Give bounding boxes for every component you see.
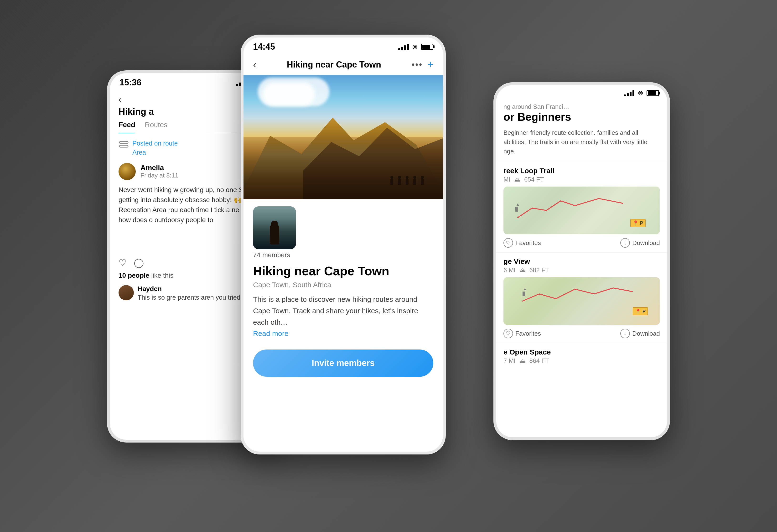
comment-button[interactable]: ◯ (134, 257, 144, 268)
svg-rect-4 (523, 292, 525, 296)
center-back-button[interactable]: ‹ (253, 59, 256, 70)
route-2-actions: ♡ Favorites ↓ Download (504, 329, 660, 338)
center-status-icons: ⊜ (398, 43, 433, 51)
svg-rect-2 (515, 207, 518, 212)
map-path-svg-2 (504, 277, 660, 325)
left-status-time: 15:36 (119, 78, 141, 88)
right-status-icons: ⊜ (624, 89, 659, 97)
post-user-time: Friday at 8:11 (140, 172, 179, 179)
center-status-time: 14:45 (253, 42, 275, 52)
elevation-icon-1: ⛰ (514, 176, 520, 183)
comment-body: Hayden This is so gre parents aren you t… (138, 285, 252, 303)
right-description: Beginner-friendly route collection. fami… (496, 128, 667, 156)
center-header-title: Hiking near Cape Town (287, 60, 381, 70)
center-wifi-icon: ⊜ (412, 43, 418, 51)
route-1-distance: MI (504, 176, 511, 183)
group-description: This is a place to discover new hiking r… (253, 294, 433, 328)
avatar-amelia (119, 163, 136, 180)
like-button[interactable]: ♡ (119, 257, 127, 268)
right-battery-icon (647, 90, 659, 96)
post-user-name: Amelia (140, 164, 179, 172)
tab-routes[interactable]: Routes (145, 121, 168, 133)
route-item-2: ge View 6 MI ⛰ 682 FT 📍 P (496, 252, 667, 343)
right-section-title: or Beginners (504, 110, 660, 123)
route-1-name: reek Loop Trail (504, 167, 660, 175)
route-2-distance: 6 MI (504, 267, 516, 274)
svg-marker-5 (524, 288, 526, 290)
route-2-stats: 6 MI ⛰ 682 FT (504, 267, 660, 274)
hiker-5 (421, 178, 424, 185)
route-3-stats: 7 MI ⛰ 864 FT (504, 357, 660, 364)
route-3-name: e Open Space (504, 348, 660, 356)
group-title: Hiking near Cape Town (253, 263, 433, 279)
center-phone: 14:45 ⊜ ‹ Hiking near Cap (241, 34, 446, 454)
group-thumbnail-container: 74 members (253, 206, 296, 259)
center-signal-icon (398, 43, 409, 50)
comment-user-name: Hayden (138, 285, 252, 293)
favorites-icon-2: ♡ (504, 329, 513, 338)
comment-text: This is so gre parents aren you tried su… (138, 293, 252, 303)
read-more-button[interactable]: Read more (253, 329, 288, 337)
route-item-3: e Open Space 7 MI ⛰ 864 FT (496, 343, 667, 373)
route-1-actions: ♡ Favorites ↓ Download (504, 238, 660, 248)
hiker-1 (391, 178, 393, 185)
route-1-stats: MI ⛰ 654 FT (504, 176, 660, 183)
group-location: Cape Town, South Africa (253, 281, 433, 289)
favorites-icon-1: ♡ (504, 238, 513, 248)
invite-members-button[interactable]: Invite members (253, 349, 433, 377)
download-label-2: Download (632, 330, 660, 337)
download-label-1: Download (632, 239, 660, 247)
svg-rect-1 (119, 145, 128, 147)
right-signal-icon (624, 90, 634, 96)
route-1-elevation: 654 FT (524, 176, 544, 183)
elevation-icon-2: ⛰ (520, 267, 526, 274)
svg-marker-3 (517, 203, 519, 206)
route-2-map: 📍 P (504, 277, 660, 325)
members-count: 74 members (253, 251, 296, 259)
right-breadcrumb: ng around San Franci… (504, 103, 660, 110)
user-info: Amelia Friday at 8:11 (140, 164, 179, 179)
download-icon-2: ↓ (620, 329, 630, 338)
map-bg-1: 📍 P (504, 187, 660, 234)
map-marker-2: 📍 P (633, 307, 648, 315)
route-2-name: ge View (504, 257, 660, 265)
elevation-icon-3: ⛰ (520, 357, 526, 364)
more-options-button[interactable]: ••• (412, 60, 423, 70)
route-area-label[interactable]: Area (132, 148, 178, 157)
header-actions: ••• + (412, 59, 433, 70)
center-status-bar: 14:45 ⊜ (243, 37, 443, 54)
center-battery-icon (421, 44, 433, 50)
route-1-map: 📍 P (504, 187, 660, 234)
hero-image (243, 75, 443, 199)
hiker-3 (406, 178, 409, 185)
favorites-label-1: Favorites (515, 239, 541, 247)
route-tag-icon (119, 140, 129, 149)
tab-feed[interactable]: Feed (119, 121, 135, 133)
add-button[interactable]: + (427, 59, 433, 70)
favorites-label-2: Favorites (515, 330, 541, 337)
thumb-hiker-figure (270, 225, 279, 244)
route-3-distance: 7 MI (504, 357, 516, 364)
cloud-small (262, 82, 315, 106)
map-path-svg-1 (504, 187, 660, 234)
avatar-hayden (119, 285, 134, 300)
group-profile-section: 74 members (243, 199, 443, 263)
group-info: Hiking near Cape Town Cape Town, South A… (243, 263, 443, 345)
map-marker-1: 📍 P (630, 219, 646, 227)
route-2-elevation: 682 FT (530, 267, 549, 274)
download-button-2[interactable]: ↓ Download (620, 329, 660, 338)
download-button-1[interactable]: ↓ Download (620, 238, 660, 248)
hiker-4 (413, 178, 416, 185)
right-status-bar: ⊜ (496, 85, 667, 99)
route-tag-text: Posted on route Area (132, 139, 178, 157)
route-3-elevation: 864 FT (530, 357, 549, 364)
right-wifi-icon: ⊜ (638, 89, 643, 97)
hiker-2 (398, 178, 401, 185)
route-item-1: reek Loop Trail MI ⛰ 654 FT 📍 P (496, 162, 667, 252)
favorites-button-1[interactable]: ♡ Favorites (504, 238, 541, 248)
hikers-group (391, 178, 424, 185)
mountain-main (243, 109, 443, 199)
posted-on-route-label: Posted on route (132, 139, 178, 148)
center-nav-header: ‹ Hiking near Cape Town ••• + (243, 54, 443, 75)
favorites-button-2[interactable]: ♡ Favorites (504, 329, 541, 338)
